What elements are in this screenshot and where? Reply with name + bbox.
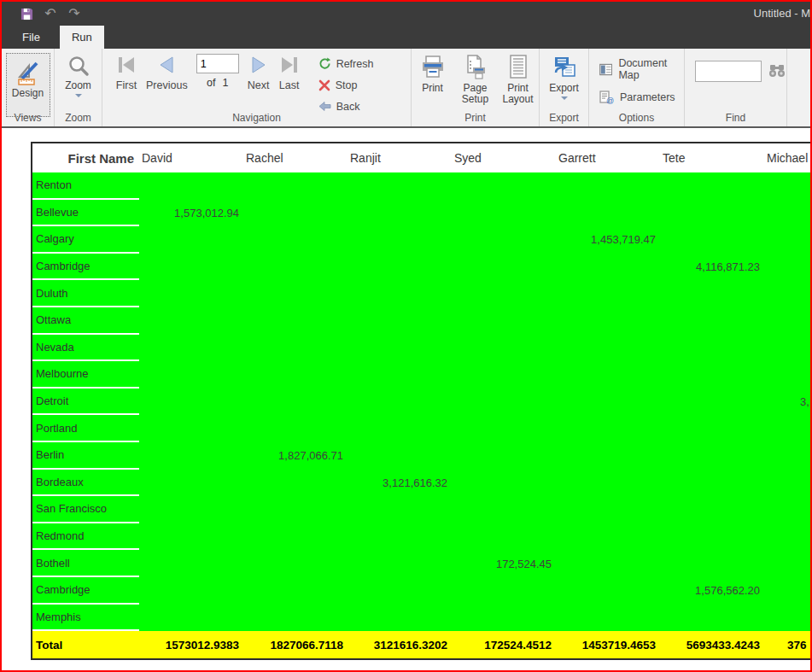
column-header: Syed: [452, 143, 556, 172]
total-value: 3121616.3202: [348, 631, 452, 658]
data-cell: [243, 307, 348, 335]
group-options: Document Map @ Parameters Options: [589, 49, 685, 126]
design-button[interactable]: Design: [6, 53, 50, 117]
data-cell: [764, 577, 810, 605]
table-row: Nevada: [32, 335, 810, 362]
data-cell: [139, 389, 243, 416]
header-row: First NameDavidRachelRanjitSyedGarrettTe…: [32, 143, 810, 172]
row-label: Cambridge: [32, 577, 139, 605]
refresh-button[interactable]: Refresh: [318, 56, 374, 72]
print-layout-label: Print Layout: [499, 83, 538, 105]
data-cell: [660, 442, 764, 470]
data-cell: [348, 442, 452, 470]
data-cell: [139, 496, 243, 523]
data-cell: [243, 200, 348, 227]
data-cell: [452, 389, 556, 416]
data-cell: [452, 226, 556, 254]
data-cell: [764, 550, 810, 577]
data-cell: 1,576,562.20: [660, 577, 764, 605]
table-row: Portland: [32, 415, 810, 442]
print-layout-icon: [505, 54, 532, 81]
data-cell: [452, 172, 556, 200]
data-cell: [660, 172, 764, 200]
row-label: Duluth: [32, 280, 139, 307]
table-row: Ottawa: [32, 307, 810, 335]
design-label: Design: [12, 88, 44, 99]
data-cell: [556, 172, 660, 200]
data-cell: [139, 254, 243, 281]
tab-file[interactable]: File: [10, 26, 52, 49]
group-label-find: Find: [685, 112, 786, 124]
group-views: Design Views: [2, 49, 55, 126]
ribbon: Design Views Zoom Zoom First: [2, 49, 810, 128]
table-row: Duluth: [32, 280, 810, 307]
stop-label: Stop: [336, 79, 358, 91]
print-label: Print: [422, 83, 443, 94]
table-row: Cambridge1,576,562.20: [32, 577, 810, 605]
page-number-input[interactable]: [196, 54, 239, 73]
stop-button[interactable]: Stop: [318, 77, 374, 93]
data-cell: [764, 415, 810, 442]
parameters-button[interactable]: @ Parameters: [599, 91, 684, 104]
refresh-icon: [318, 57, 331, 70]
data-cell: [556, 254, 660, 281]
data-cell: [556, 496, 660, 523]
total-value: 376: [764, 631, 810, 658]
table-row: Redmond: [32, 523, 810, 551]
row-label: Melbourne: [32, 361, 139, 389]
document-map-label: Document Map: [618, 57, 684, 81]
parameters-label: Parameters: [620, 91, 675, 103]
document-map-button[interactable]: Document Map: [599, 57, 684, 81]
data-cell: [764, 226, 810, 254]
data-cell: [660, 280, 764, 307]
redo-button[interactable]: ↷: [67, 6, 82, 21]
data-cell: [348, 226, 452, 254]
data-cell: [452, 523, 556, 551]
report-table: First NameDavidRachelRanjitSyedGarrettTe…: [31, 142, 810, 660]
first-page-icon: [115, 54, 137, 76]
ribbon-tabs: File Run: [2, 26, 810, 49]
total-value: 5693433.4243: [660, 631, 764, 658]
data-cell: [764, 307, 810, 335]
data-cell: [556, 307, 660, 335]
data-cell: [764, 496, 810, 523]
column-header: Rachel: [243, 143, 348, 172]
data-cell: [243, 226, 348, 254]
row-label: Nevada: [32, 335, 139, 362]
data-cell: [348, 335, 452, 362]
tab-run[interactable]: Run: [60, 26, 104, 49]
data-cell: [243, 254, 348, 281]
data-cell: 4,116,871.23: [660, 254, 764, 281]
data-cell: [556, 280, 660, 307]
data-cell: [452, 496, 556, 523]
data-cell: [660, 523, 764, 551]
design-icon: [15, 59, 42, 86]
data-cell: [348, 605, 452, 632]
data-cell: [764, 442, 810, 470]
table-row: Berlin1,827,066.71: [32, 442, 810, 470]
export-button[interactable]: Export: [540, 54, 588, 100]
chevron-down-icon: [75, 94, 82, 97]
back-arrow-icon: [318, 101, 331, 112]
save-icon: [20, 8, 33, 20]
table-row: Bellevue1,573,012.94: [32, 200, 810, 227]
svg-text:@: @: [606, 96, 614, 104]
data-cell: [764, 200, 810, 227]
save-button[interactable]: [19, 6, 34, 21]
data-cell: [660, 361, 764, 389]
data-cell: 1,827,066.71: [243, 442, 348, 470]
data-cell: [452, 415, 556, 442]
data-cell: [243, 496, 348, 523]
next-page-icon: [248, 54, 270, 76]
print-icon: [419, 54, 447, 81]
table-row: Melbourne: [32, 361, 810, 389]
table-row: San Francisco: [32, 496, 810, 523]
undo-button[interactable]: ↶: [43, 6, 58, 21]
data-cell: [243, 172, 348, 200]
data-cell: [660, 226, 764, 254]
zoom-button[interactable]: Zoom: [55, 55, 102, 97]
data-cell: [764, 280, 810, 307]
data-cell: 1,573,012.94: [139, 200, 243, 227]
data-cell: [243, 605, 348, 632]
find-input[interactable]: [695, 61, 762, 82]
